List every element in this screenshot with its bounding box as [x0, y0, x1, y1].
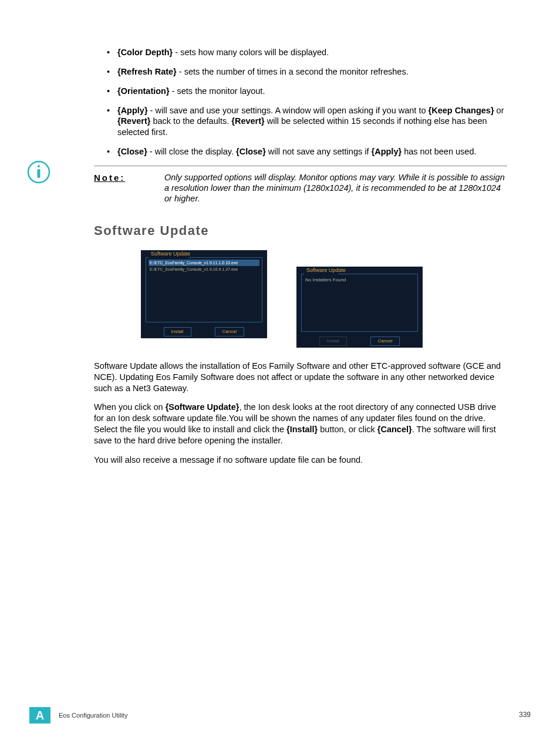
bullet-close: {Close} - will close the display. {Close…: [94, 146, 507, 157]
paragraph-usage: When you click on {Software Update}, the…: [94, 402, 507, 446]
cancel-button[interactable]: Cancel: [215, 327, 245, 337]
panel-title: Software Update: [305, 267, 348, 273]
page-footer: A Eos Configuration Utility 339: [0, 707, 560, 724]
paragraph-nofile: You will also receive a message if no so…: [94, 455, 507, 466]
bullet-color-depth: {Color Depth} - sets how many colors wil…: [94, 47, 507, 58]
bullet-list: {Color Depth} - sets how many colors wil…: [94, 47, 507, 157]
note-label: Note:: [94, 172, 164, 184]
svg-rect-2: [38, 169, 41, 178]
section-heading: Software Update: [94, 223, 507, 240]
panel-title: Software Update: [149, 251, 192, 257]
bullet-refresh-rate: {Refresh Rate} - sets the number of time…: [94, 66, 507, 78]
software-update-panel-found: Software Update E:/ETC_EosFamily_Console…: [141, 250, 267, 338]
desc: - sets the number of times in a second t…: [177, 67, 409, 76]
desc: - sets how many colors will be displayed…: [173, 48, 329, 57]
installer-row[interactable]: E:/ETC_EosFamily_Console_v1.9.10.9.1.27.…: [149, 266, 259, 272]
installer-list[interactable]: E:/ETC_EosFamily_Console_v1.9.11.1.0.10.…: [149, 260, 259, 304]
term: {Color Depth}: [117, 48, 173, 57]
bullet-apply: {Apply} - will save and use your setting…: [94, 105, 507, 139]
term: {Close}: [117, 147, 147, 156]
term: {Orientation}: [117, 86, 170, 96]
install-button[interactable]: Install: [164, 327, 191, 337]
desc: - sets the monitor layout.: [170, 86, 265, 96]
info-icon: [27, 160, 50, 187]
bullet-orientation: {Orientation} - sets the monitor layout.: [94, 86, 507, 97]
installer-row-selected[interactable]: E:/ETC_EosFamily_Console_v1.9.11.1.0.10.…: [149, 260, 259, 266]
footer-title: Eos Configuration Utility: [59, 711, 519, 719]
cancel-button[interactable]: Cancel: [370, 337, 400, 346]
screenshot-row: Software Update E:/ETC_EosFamily_Console…: [141, 250, 507, 348]
page-number: 339: [519, 711, 531, 720]
note-text: Only supported options will display. Mon…: [164, 172, 507, 204]
note-block: Note: Only supported options will displa…: [94, 166, 507, 204]
install-button-disabled: Install: [319, 337, 347, 346]
svg-point-1: [38, 165, 40, 167]
term: {Refresh Rate}: [117, 67, 177, 76]
appendix-badge: A: [29, 707, 50, 724]
software-update-panel-empty: Software Update No Installers Found Inst…: [296, 267, 423, 348]
no-installers-message: No Installers Found: [304, 276, 415, 284]
paragraph-intro: Software Update allows the installation …: [94, 361, 507, 394]
term: {Apply}: [117, 106, 148, 115]
